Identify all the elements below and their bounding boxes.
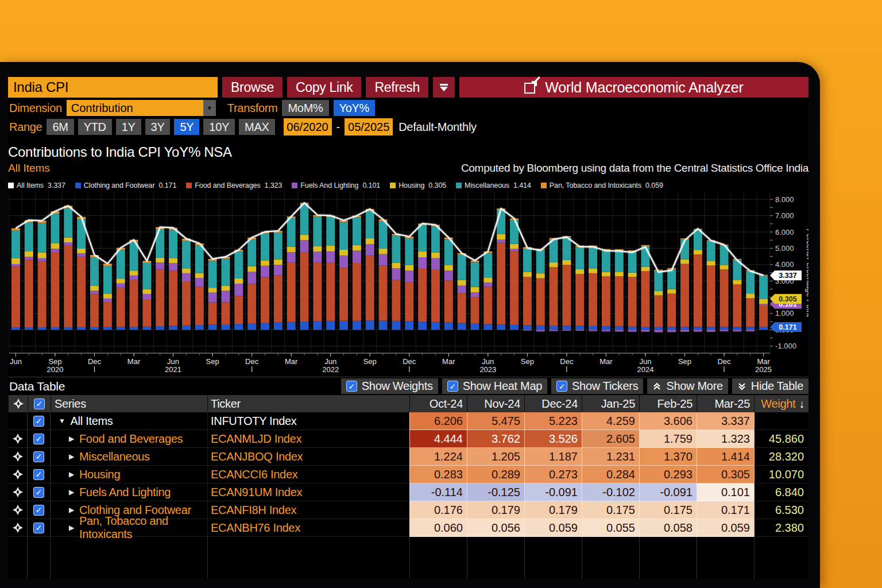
ticker-cell[interactable]: ECAN91UM Index <box>207 483 409 501</box>
toolbar-dropdown-button[interactable] <box>433 77 455 98</box>
svg-text:Dec: Dec <box>245 357 259 366</box>
empty-cell <box>524 537 582 579</box>
caret-down-icon <box>440 87 448 91</box>
column-header-oct-24[interactable]: Oct-24 <box>409 395 467 412</box>
checkbox[interactable]: ✓ <box>33 469 44 480</box>
checkbox[interactable]: ✓ <box>33 416 44 427</box>
legend-value: 0.059 <box>645 181 663 189</box>
column-header-jan-25[interactable]: Jan-25 <box>582 395 639 412</box>
ticker-cell[interactable]: ECANJBOQ Index <box>207 448 409 466</box>
checkbox[interactable]: ✓ <box>447 381 458 392</box>
checkbox[interactable]: ✓ <box>556 381 567 392</box>
row-drag-handle[interactable] <box>8 501 28 519</box>
checkbox[interactable]: ✓ <box>346 381 357 392</box>
row-checkbox[interactable]: ✓ <box>28 483 51 501</box>
date-to-input[interactable] <box>345 118 393 136</box>
range-option-6m[interactable]: 6M <box>47 119 74 135</box>
checkbox[interactable]: ✓ <box>33 487 44 498</box>
svg-text:5.000: 5.000 <box>775 244 794 253</box>
toggle-show-weights[interactable]: ✓Show Weights <box>341 378 438 394</box>
ticker-cell[interactable]: INFUTOTY Index <box>207 412 409 430</box>
row-drag-handle[interactable] <box>8 519 28 537</box>
checkbox[interactable]: ✓ <box>33 523 44 533</box>
copy-link-button[interactable]: Copy Link <box>287 77 362 98</box>
row-checkbox[interactable]: ✓ <box>28 412 51 430</box>
column-header-weight[interactable]: Weight↓ <box>754 395 808 412</box>
legend-name: Pan, Tobacco and Intoxicants <box>550 181 641 189</box>
svg-text:2025: 2025 <box>755 365 772 374</box>
column-header-nov-24[interactable]: Nov-24 <box>467 395 524 412</box>
value-cell: 4.259 <box>582 412 639 430</box>
column-header-ticker[interactable]: Ticker <box>207 395 409 412</box>
transform-option-mom[interactable]: MoM% <box>282 100 328 116</box>
column-header-mar-25[interactable]: Mar-25 <box>697 395 754 412</box>
open-external-icon[interactable] <box>524 81 537 94</box>
checkbox[interactable]: ✓ <box>34 399 45 409</box>
range-option-ytd[interactable]: YTD <box>78 119 112 135</box>
checkbox[interactable]: ✓ <box>33 505 44 516</box>
expand-open-icon[interactable]: ▼ <box>59 417 65 425</box>
row-drag-handle[interactable] <box>8 430 28 448</box>
range-option-3y[interactable]: 3Y <box>145 119 171 135</box>
ticker-cell[interactable]: ECANCCI6 Index <box>207 466 409 483</box>
action-label: Hide Table <box>751 380 803 393</box>
toggle-show-tickers[interactable]: ✓Show Tickers <box>551 378 643 394</box>
transform-label: Transform <box>226 102 278 115</box>
checkbox[interactable]: ✓ <box>33 434 44 444</box>
svg-text:8.000: 8.000 <box>775 195 794 204</box>
range-option-1y[interactable]: 1Y <box>116 119 141 135</box>
range-option-max[interactable]: MAX <box>239 119 274 135</box>
value-cell: -0.091 <box>524 483 582 501</box>
legend-swatch-icon <box>75 183 81 188</box>
refresh-button[interactable]: Refresh <box>366 77 428 98</box>
ticker-cell[interactable]: ECANFI8H Index <box>207 501 409 519</box>
security-input[interactable] <box>8 77 218 98</box>
legend-value: 0.305 <box>428 181 446 189</box>
expand-closed-icon[interactable]: ▶ <box>69 435 74 443</box>
expand-closed-icon[interactable]: ▶ <box>69 488 74 496</box>
row-checkbox[interactable]: ✓ <box>28 448 51 466</box>
transform-option-yoy[interactable]: YoY% <box>334 100 376 116</box>
row-checkbox[interactable]: ✓ <box>28 519 51 537</box>
series-cell-miscellaneous[interactable]: ▶Miscellaneous <box>51 448 207 466</box>
row-checkbox[interactable]: ✓ <box>28 430 51 448</box>
row-drag-handle[interactable] <box>8 466 28 483</box>
range-option-5y[interactable]: 5Y <box>174 119 199 135</box>
toggle-show-heat-map[interactable]: ✓Show Heat Map <box>442 378 547 394</box>
svg-text:Jun: Jun <box>10 357 22 366</box>
column-header-series[interactable]: Series <box>51 395 207 412</box>
row-drag-handle[interactable] <box>8 483 28 501</box>
expand-closed-icon[interactable]: ▶ <box>69 524 74 532</box>
series-cell-fuels-and-lighting[interactable]: ▶Fuels And Lighting <box>51 483 207 501</box>
row-checkbox[interactable]: ✓ <box>28 466 51 483</box>
series-cell-housing[interactable]: ▶Housing <box>51 466 207 483</box>
row-drag-handle[interactable] <box>8 448 28 466</box>
legend-value: 1.414 <box>513 181 531 189</box>
value-cell: 3.606 <box>639 412 697 430</box>
range-option-10y[interactable]: 10Y <box>203 119 235 135</box>
table-header-checkbox[interactable]: ✓ <box>28 395 51 412</box>
series-cell-pan-tobacco-and-intoxicants[interactable]: ▶Pan, Tobacco and Intoxicants <box>51 519 207 537</box>
row-checkbox[interactable]: ✓ <box>28 501 51 519</box>
browse-button[interactable]: Browse <box>222 77 283 98</box>
expand-closed-icon[interactable]: ▶ <box>69 506 74 514</box>
expand-closed-icon[interactable]: ▶ <box>69 470 74 478</box>
legend-swatch-icon <box>390 183 396 188</box>
legend-swatch-icon <box>186 183 192 188</box>
dimension-dropdown[interactable]: Contribution ▼ <box>67 100 216 116</box>
column-header-feb-25[interactable]: Feb-25 <box>639 395 697 412</box>
series-cell-food-and-beverages[interactable]: ▶Food and Beverages <box>51 430 207 448</box>
action-hide-table[interactable]: Hide Table <box>732 378 808 394</box>
date-from-input[interactable] <box>284 118 332 136</box>
series-cell-all-items[interactable]: ▼All Items <box>51 412 207 430</box>
ticker-cell[interactable]: ECANMLJD Index <box>207 430 409 448</box>
ticker-cell[interactable]: ECANBH76 Index <box>207 519 409 537</box>
checkbox[interactable]: ✓ <box>33 451 44 462</box>
column-header-dec-24[interactable]: Dec-24 <box>524 395 582 412</box>
expand-closed-icon[interactable]: ▶ <box>69 452 74 461</box>
svg-text:Percent/Percentage Point: Percent/Percentage Point <box>805 229 808 317</box>
svg-text:Sep: Sep <box>48 357 61 366</box>
value-cell: 0.175 <box>639 501 697 519</box>
action-show-more[interactable]: Show More <box>647 378 728 394</box>
transform-options: MoM%YoY% <box>282 100 375 116</box>
